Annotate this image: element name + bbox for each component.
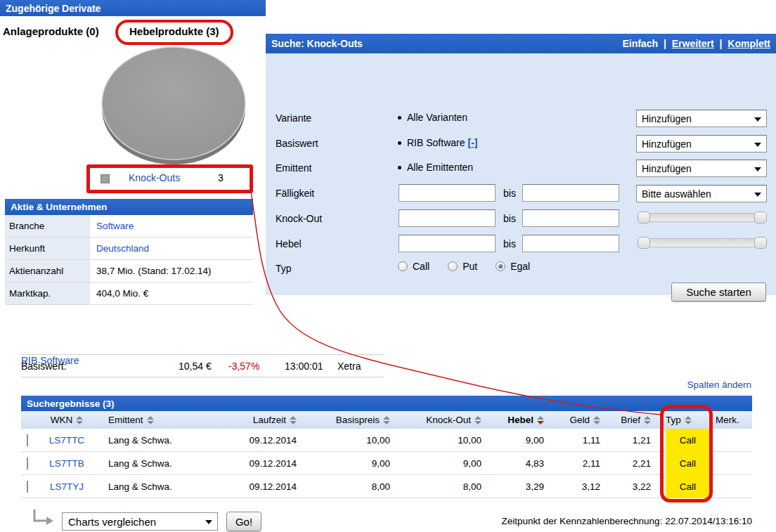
cell-basispreis: 9,00 — [297, 458, 390, 469]
sort-icon[interactable] — [644, 416, 651, 424]
change-columns-link[interactable]: Spalten ändern — [687, 379, 751, 390]
column-header-laufzeit[interactable]: Laufzeit — [170, 415, 297, 425]
mode-komplett[interactable]: Komplett — [728, 38, 770, 49]
derivatives-pie-chart — [91, 41, 257, 171]
sort-icon[interactable] — [685, 416, 692, 424]
column-header-emittent[interactable]: Emittent — [89, 415, 170, 425]
radio-put[interactable]: Put — [448, 261, 477, 272]
bullet-icon — [398, 166, 401, 169]
results-title: Suchergebnisse (3) — [27, 398, 115, 409]
search-mode-links: Einfach | Erweitert | Komplett — [619, 38, 770, 49]
branche-link[interactable]: Software — [96, 221, 134, 231]
mode-erweitert[interactable]: Erweitert — [672, 38, 714, 49]
sort-icon[interactable] — [76, 416, 83, 424]
column-header-merk: Merk. — [710, 415, 752, 425]
branch-arrow-icon — [32, 510, 56, 529]
table-row: LS7TTC Lang & Schwa. 09.12.2014 10,00 10… — [21, 429, 752, 452]
derivatives-search-page: Zugehörige Derivate Anlageprodukte (0) H… — [0, 0, 776, 532]
company-row-herkunft: Herkunft Deutschland — [5, 238, 253, 260]
cell-geld: 3,12 — [544, 481, 600, 492]
form-row-emittent: Emittent Alle Emittenten Hinzufügen — [266, 158, 776, 179]
variante-label: Variante — [276, 112, 311, 124]
cell-laufzeit: 09.12.2014 — [170, 435, 297, 446]
row-checkbox[interactable] — [27, 434, 28, 446]
bis-label: bis — [503, 238, 516, 249]
knockout-from-input[interactable] — [399, 209, 496, 227]
wkn-link[interactable]: LS7TTC — [49, 435, 84, 446]
cell-typ-highlighted: Call — [666, 429, 710, 452]
cell-emittent: Lang & Schwa. — [89, 435, 170, 446]
radio-egal-label: Egal — [510, 261, 530, 272]
hebel-from-input[interactable] — [399, 235, 496, 252]
faelligkeit-dropdown[interactable]: Bitte auswählen — [636, 185, 767, 202]
search-panel: Suche: Knock-Outs Einfach | Erweitert | … — [266, 34, 776, 295]
basiswert-dropdown[interactable]: Hinzufügen — [636, 135, 767, 153]
table-row: LS7TYJ Lang & Schwa. 09.12.2014 8,00 8,0… — [21, 475, 752, 498]
wkn-link[interactable]: LS7TTB — [49, 458, 84, 469]
aktienanzahl-value: 38,7 Mio. (Stand: 17.02.14) — [90, 260, 253, 282]
tab-anlageprodukte[interactable]: Anlageprodukte (0) — [3, 25, 99, 37]
cell-knockout: 10,00 — [390, 435, 481, 446]
search-start-button[interactable]: Suche starten — [671, 283, 766, 301]
charts-vergleichen-dropdown[interactable]: Charts vergleichen — [62, 512, 218, 531]
legend-swatch-knockouts — [101, 174, 110, 183]
cell-laufzeit: 09.12.2014 — [170, 481, 297, 492]
radio-call[interactable]: Call — [398, 261, 429, 272]
herkunft-link[interactable]: Deutschland — [96, 243, 149, 254]
form-row-typ: Typ Call Put Egal — [266, 259, 776, 280]
column-header-wkn[interactable]: WKN — [45, 415, 89, 425]
row-checkbox[interactable] — [27, 458, 28, 469]
form-row-knockout: Knock-Out bis — [266, 209, 776, 230]
faelligkeit-from-input[interactable] — [399, 184, 496, 202]
sort-icon[interactable] — [383, 416, 390, 424]
remove-basiswert-link[interactable]: [-] — [467, 137, 477, 148]
column-header-geld[interactable]: Geld — [544, 415, 600, 425]
column-header-hebel-sorted[interactable]: Hebel — [481, 415, 544, 425]
cell-emittent: Lang & Schwa. — [89, 458, 170, 469]
column-header-brief[interactable]: Brief — [600, 415, 651, 425]
company-panel-header: Aktie & Unternehmen — [5, 199, 253, 215]
emittent-dropdown[interactable]: Hinzufügen — [636, 160, 767, 177]
bis-label: bis — [503, 213, 516, 224]
slider-handle-left[interactable] — [638, 212, 650, 223]
legend-link-knockouts[interactable]: Knock-Outs — [129, 172, 180, 183]
slider-handle-right[interactable] — [754, 212, 767, 223]
tab-hebelprodukte[interactable]: Hebelprodukte (3) — [129, 25, 219, 37]
knockout-to-input[interactable] — [522, 209, 619, 227]
form-row-faelligkeit: Fälligkeit bis Bitte auswählen — [266, 183, 776, 205]
search-form: Variante Alle Varianten Hinzufügen Basis… — [266, 53, 776, 295]
charts-dropdown-value: Charts vergleichen — [68, 516, 156, 528]
sort-icon[interactable] — [474, 416, 481, 424]
hebel-range-slider[interactable] — [638, 238, 766, 247]
form-row-variante: Variante Alle Varianten Hinzufügen — [266, 108, 776, 129]
cell-knockout: 8,00 — [390, 481, 481, 492]
cell-geld: 2,11 — [544, 458, 600, 469]
slider-handle-right[interactable] — [754, 237, 767, 249]
faelligkeit-to-input[interactable] — [522, 184, 619, 202]
row-checkbox[interactable] — [27, 481, 28, 493]
company-panel: Aktie & Unternehmen Branche Software Her… — [5, 199, 253, 305]
sort-icon[interactable] — [593, 416, 600, 424]
sort-icon[interactable] — [147, 416, 154, 424]
cell-emittent: Lang & Schwa. — [89, 481, 170, 492]
company-label: Aktienanzahl — [5, 260, 90, 282]
hebel-label: Hebel — [276, 238, 302, 249]
company-panel-title: Aktie & Unternehmen — [11, 202, 107, 212]
sort-desc-icon[interactable] — [537, 416, 544, 424]
knockout-range-slider[interactable] — [638, 213, 766, 222]
cell-basispreis: 8,00 — [297, 481, 390, 492]
sort-icon[interactable] — [290, 416, 297, 424]
column-header-basispreis[interactable]: Basispreis — [297, 415, 390, 425]
hebel-to-input[interactable] — [522, 235, 619, 252]
column-header-knockout[interactable]: Knock-Out — [390, 415, 481, 425]
slider-handle-left[interactable] — [638, 237, 650, 249]
variante-dropdown[interactable]: Hinzufügen — [636, 110, 767, 127]
mode-einfach[interactable]: Einfach — [622, 38, 658, 49]
quote-exchange: Xetra — [337, 361, 361, 372]
column-header-typ[interactable]: Typ — [666, 415, 710, 425]
go-button[interactable]: Go! — [226, 512, 261, 531]
chevron-down-icon — [754, 143, 761, 147]
radio-egal[interactable]: Egal — [496, 261, 530, 272]
wkn-link[interactable]: LS7TYJ — [50, 481, 84, 492]
pie-legend: Knock-Outs 3 — [88, 166, 252, 192]
